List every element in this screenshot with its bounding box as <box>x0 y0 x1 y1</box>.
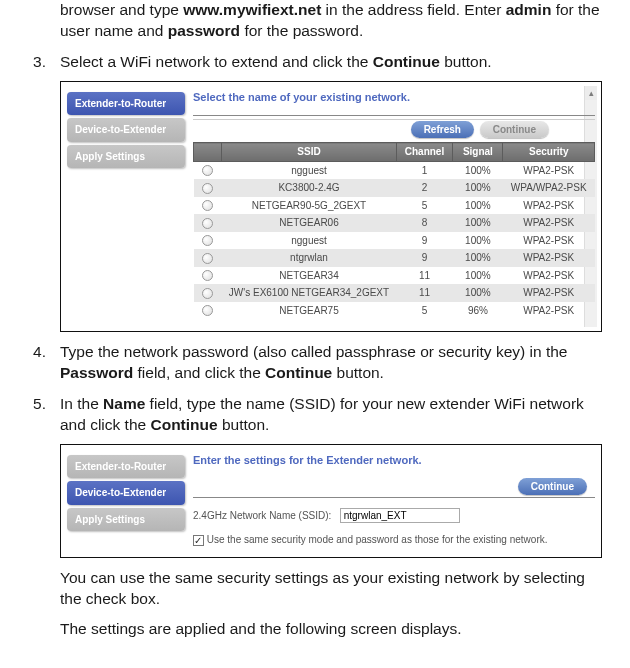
table-row[interactable]: ngguest 1 100% WPA2-PSK <box>194 161 595 179</box>
screenshot-network-list: ▴ Extender-to-Router Device-to-Extender … <box>60 81 602 332</box>
table-row[interactable]: ntgrwlan 9 100% WPA2-PSK <box>194 249 595 267</box>
table-row[interactable]: NETGEAR06 8 100% WPA2-PSK <box>194 214 595 232</box>
same-security-label: Use the same security mode and password … <box>207 534 548 545</box>
post-note-1: You can use the same security settings a… <box>60 568 602 610</box>
radio-select[interactable] <box>202 165 213 176</box>
network-table: SSID Channel Signal Security ngguest 1 1… <box>193 142 595 319</box>
admin-word: admin <box>506 1 552 18</box>
refresh-button[interactable]: Refresh <box>411 121 474 139</box>
tab-apply-settings[interactable]: Apply Settings <box>67 145 185 169</box>
header-ssid: SSID <box>222 143 396 162</box>
ssid-label: 2.4GHz Network Name (SSID): <box>193 510 331 521</box>
step-3: 3. Select a WiFi network to extend and c… <box>28 52 602 73</box>
radio-select[interactable] <box>202 305 213 316</box>
url-text: www.mywifiext.net <box>183 1 321 18</box>
header-signal: Signal <box>453 143 503 162</box>
radio-select[interactable] <box>202 200 213 211</box>
pane-title-2: Enter the settings for the Extender netw… <box>193 453 595 468</box>
table-row[interactable]: ngguest 9 100% WPA2-PSK <box>194 232 595 250</box>
table-row[interactable]: NETGEAR34 11 100% WPA2-PSK <box>194 267 595 285</box>
radio-select[interactable] <box>202 218 213 229</box>
tab-extender-to-router[interactable]: Extender-to-Router <box>67 92 185 116</box>
step-5: 5. In the Name field, type the name (SSI… <box>28 394 602 436</box>
radio-select[interactable] <box>202 270 213 281</box>
screenshot-extender-settings: Extender-to-Router Device-to-Extender Ap… <box>60 444 602 558</box>
continue-button-2[interactable]: Continue <box>518 478 587 496</box>
password-word: password <box>168 22 240 39</box>
wizard-tabs-2: Extender-to-Router Device-to-Extender Ap… <box>67 451 185 547</box>
radio-select[interactable] <box>202 288 213 299</box>
ssid-input[interactable] <box>340 508 460 523</box>
table-row[interactable]: NETGEAR75 5 96% WPA2-PSK <box>194 302 595 320</box>
intro-paragraph: browser and type www.mywifiext.net in th… <box>60 0 602 42</box>
ssid-field-row: 2.4GHz Network Name (SSID): <box>193 508 595 523</box>
radio-select[interactable] <box>202 253 213 264</box>
same-security-row[interactable]: Use the same security mode and password … <box>193 533 595 547</box>
header-security: Security <box>503 143 595 162</box>
header-channel: Channel <box>396 143 453 162</box>
radio-select[interactable] <box>202 183 213 194</box>
pane-title: Select the name of your existing network… <box>193 90 595 105</box>
table-row[interactable]: KC3800-2.4G 2 100% WPA/WPA2-PSK <box>194 179 595 197</box>
tab-device-to-extender-2[interactable]: Device-to-Extender <box>67 481 185 505</box>
same-security-checkbox[interactable] <box>193 535 204 546</box>
tab-device-to-extender[interactable]: Device-to-Extender <box>67 118 185 142</box>
step-4: 4. Type the network password (also calle… <box>28 342 602 384</box>
continue-button[interactable]: Continue <box>480 121 549 139</box>
tab-apply-settings-2[interactable]: Apply Settings <box>67 508 185 532</box>
post-note-2: The settings are applied and the followi… <box>60 619 602 640</box>
radio-select[interactable] <box>202 235 213 246</box>
wizard-tabs: Extender-to-Router Device-to-Extender Ap… <box>67 88 185 319</box>
table-row[interactable]: NETGEAR90-5G_2GEXT 5 100% WPA2-PSK <box>194 197 595 215</box>
tab-extender-to-router-2[interactable]: Extender-to-Router <box>67 455 185 479</box>
table-row[interactable]: JW's EX6100 NETGEAR34_2GEXT 11 100% WPA2… <box>194 284 595 302</box>
